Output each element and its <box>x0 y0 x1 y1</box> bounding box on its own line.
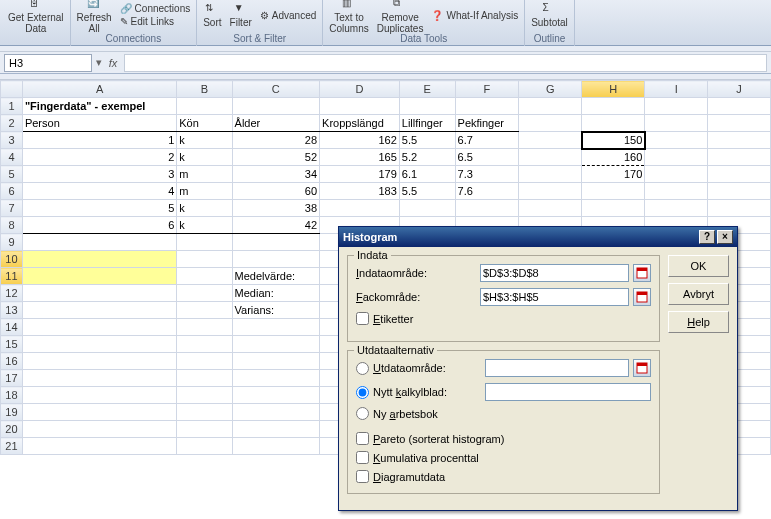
dialog-help-button[interactable]: ? <box>699 230 715 244</box>
cell-C9[interactable] <box>232 234 320 251</box>
cell-B3[interactable]: k <box>177 132 232 149</box>
cell-G5[interactable] <box>519 166 582 183</box>
cell-E2[interactable]: Lillfinger <box>399 115 455 132</box>
cell-C14[interactable] <box>232 319 320 336</box>
cell-E4[interactable]: 5.2 <box>399 149 455 166</box>
row-header-13[interactable]: 13 <box>1 302 23 319</box>
edit-links-button[interactable]: ✎Edit Links <box>120 16 191 27</box>
cell-A9[interactable] <box>22 234 176 251</box>
cell-C1[interactable] <box>232 98 320 115</box>
cell-I1[interactable] <box>645 98 708 115</box>
row-header-14[interactable]: 14 <box>1 319 23 336</box>
cell-A12[interactable] <box>22 285 176 302</box>
col-header-H[interactable]: H <box>582 81 645 98</box>
cell-C6[interactable]: 60 <box>232 183 320 200</box>
namebox-dropdown-icon[interactable]: ▾ <box>96 56 102 69</box>
cell-H5[interactable]: 170 <box>582 166 645 183</box>
row-header-7[interactable]: 7 <box>1 200 23 217</box>
cell-C8[interactable]: 42 <box>232 217 320 234</box>
row-header-9[interactable]: 9 <box>1 234 23 251</box>
cell-A1[interactable]: "Fingerdata" - exempel <box>22 98 176 115</box>
utdataomrade-radio[interactable] <box>356 362 369 375</box>
cell-D2[interactable]: Kroppslängd <box>320 115 400 132</box>
indataomrade-ref-button[interactable] <box>633 264 651 282</box>
cell-A14[interactable] <box>22 319 176 336</box>
text-to-columns-button[interactable]: ▥Text to Columns <box>329 0 368 34</box>
cell-B13[interactable] <box>177 302 232 319</box>
cell-J5[interactable] <box>708 166 771 183</box>
cell-F2[interactable]: Pekfinger <box>455 115 519 132</box>
connections-button[interactable]: 🔗Connections <box>120 3 191 14</box>
cell-A11[interactable] <box>22 268 176 285</box>
row-header-10[interactable]: 10 <box>1 251 23 268</box>
cell-I2[interactable] <box>645 115 708 132</box>
cell-I4[interactable] <box>645 149 708 166</box>
cell-C16[interactable] <box>232 353 320 370</box>
ny-arbetsbok-radio[interactable] <box>356 407 369 420</box>
cell-J4[interactable] <box>708 149 771 166</box>
cell-D3[interactable]: 162 <box>320 132 400 149</box>
cell-A5[interactable]: 3 <box>22 166 176 183</box>
cell-J1[interactable] <box>708 98 771 115</box>
col-header-G[interactable]: G <box>519 81 582 98</box>
cell-J3[interactable] <box>708 132 771 149</box>
remove-duplicates-button[interactable]: ⧉Remove Duplicates <box>377 0 424 34</box>
cell-B20[interactable] <box>177 421 232 438</box>
cell-I5[interactable] <box>645 166 708 183</box>
cell-I7[interactable] <box>645 200 708 217</box>
cell-B21[interactable] <box>177 438 232 455</box>
nytt-kalkylblad-input[interactable] <box>485 383 651 401</box>
cell-A7[interactable]: 5 <box>22 200 176 217</box>
cell-J2[interactable] <box>708 115 771 132</box>
cell-A13[interactable] <box>22 302 176 319</box>
cell-I6[interactable] <box>645 183 708 200</box>
cell-B18[interactable] <box>177 387 232 404</box>
fackomrade-ref-button[interactable] <box>633 288 651 306</box>
cell-C21[interactable] <box>232 438 320 455</box>
cell-H2[interactable] <box>582 115 645 132</box>
cell-C3[interactable]: 28 <box>232 132 320 149</box>
row-header-8[interactable]: 8 <box>1 217 23 234</box>
row-header-21[interactable]: 21 <box>1 438 23 455</box>
cell-B12[interactable] <box>177 285 232 302</box>
cell-B16[interactable] <box>177 353 232 370</box>
col-header-E[interactable]: E <box>399 81 455 98</box>
cell-E1[interactable] <box>399 98 455 115</box>
row-header-20[interactable]: 20 <box>1 421 23 438</box>
diagramutdata-checkbox[interactable] <box>356 470 369 483</box>
get-external-data-button[interactable]: 🗄Get External Data <box>8 0 64 34</box>
row-header-4[interactable]: 4 <box>1 149 23 166</box>
cell-A8[interactable]: 6 <box>22 217 176 234</box>
row-header-1[interactable]: 1 <box>1 98 23 115</box>
cell-G3[interactable] <box>519 132 582 149</box>
utdataomrade-input[interactable] <box>485 359 629 377</box>
cell-C17[interactable] <box>232 370 320 387</box>
cell-G7[interactable] <box>519 200 582 217</box>
cell-C13[interactable]: Varians: <box>232 302 320 319</box>
cell-B7[interactable]: k <box>177 200 232 217</box>
cell-B5[interactable]: m <box>177 166 232 183</box>
dialog-titlebar[interactable]: Histogram ? × <box>339 227 737 247</box>
dialog-close-button[interactable]: × <box>717 230 733 244</box>
cell-G2[interactable] <box>519 115 582 132</box>
cell-H6[interactable] <box>582 183 645 200</box>
cell-B10[interactable] <box>177 251 232 268</box>
cell-C2[interactable]: Ålder <box>232 115 320 132</box>
cell-E3[interactable]: 5.5 <box>399 132 455 149</box>
fackomrade-input[interactable] <box>480 288 629 306</box>
row-header-12[interactable]: 12 <box>1 285 23 302</box>
cell-G1[interactable] <box>519 98 582 115</box>
cell-F6[interactable]: 7.6 <box>455 183 519 200</box>
row-header-2[interactable]: 2 <box>1 115 23 132</box>
cell-G6[interactable] <box>519 183 582 200</box>
cell-A3[interactable]: 1 <box>22 132 176 149</box>
cell-D6[interactable]: 183 <box>320 183 400 200</box>
cell-F7[interactable] <box>455 200 519 217</box>
cell-A20[interactable] <box>22 421 176 438</box>
cell-C4[interactable]: 52 <box>232 149 320 166</box>
col-header-J[interactable]: J <box>708 81 771 98</box>
row-header-17[interactable]: 17 <box>1 370 23 387</box>
cell-A2[interactable]: Person <box>22 115 176 132</box>
row-header-6[interactable]: 6 <box>1 183 23 200</box>
cell-C12[interactable]: Median: <box>232 285 320 302</box>
